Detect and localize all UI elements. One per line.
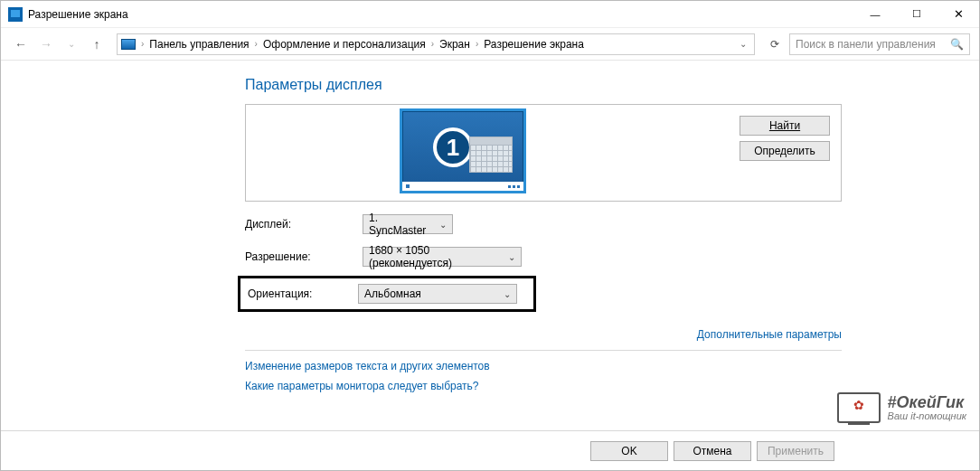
breadcrumb-item[interactable]: Разрешение экрана [484,38,584,51]
detect-button[interactable]: Определить [740,141,830,161]
which-settings-link[interactable]: Какие параметры монитора следует выбрать… [245,380,479,392]
monitor-number-badge: 1 [433,127,473,167]
cancel-button[interactable]: Отмена [674,441,751,461]
find-button[interactable]: Найти [740,116,830,136]
recent-dropdown-icon[interactable]: ⌄ [61,33,82,55]
monitor-preview[interactable]: 1 [400,108,526,193]
resolution-value: 1680 × 1050 (рекомендуется) [369,244,501,269]
chevron-down-icon: ⌄ [496,289,511,299]
watermark-icon [837,392,881,423]
display-select[interactable]: 1. SyncMaster ⌄ [363,214,453,234]
refresh-button[interactable]: ⟳ [764,33,786,55]
watermark-subtitle: Ваш it-помощник [888,410,966,421]
search-placeholder: Поиск в панели управления [796,38,936,51]
monitor-taskbar [402,182,523,191]
chevron-down-icon: ⌄ [501,252,515,262]
close-button[interactable]: ✕ [938,1,979,28]
chevron-right-icon: › [253,39,259,49]
orientation-label: Ориентация: [248,287,358,300]
advanced-settings-link[interactable]: Дополнительные параметры [697,328,842,341]
breadcrumb-item[interactable]: Оформление и персонализация [263,38,426,51]
window-title: Разрешение экрана [28,8,128,21]
apply-button[interactable]: Применить [757,441,834,461]
breadcrumb-item[interactable]: Панель управления [149,38,249,51]
page-heading: Параметры дисплея [245,77,851,93]
address-bar[interactable]: › Панель управления › Оформление и персо… [117,33,755,55]
address-dropdown-icon[interactable]: ⌄ [736,39,750,49]
breadcrumb-item[interactable]: Экран [439,38,470,51]
navbar: ← → ⌄ ↑ › Панель управления › Оформление… [1,28,979,61]
calendar-icon [469,137,513,173]
watermark: #ОкейГик Ваш it-помощник [837,392,966,423]
chevron-right-icon: › [429,39,436,49]
orientation-value: Альбомная [364,287,421,300]
resolution-select[interactable]: 1680 × 1050 (рекомендуется) ⌄ [363,247,522,267]
window-icon [8,7,23,22]
footer-buttons: OK Отмена Применить [1,430,979,470]
minimize-button[interactable]: — [854,1,896,28]
help-links: Изменение размеров текста и других элеме… [245,360,851,392]
maximize-button[interactable]: ☐ [896,1,938,28]
chevron-right-icon: › [139,39,146,49]
ok-button[interactable]: OK [590,441,668,461]
titlebar: Разрешение экрана — ☐ ✕ [1,1,979,28]
chevron-right-icon: › [474,39,480,49]
back-button[interactable]: ← [10,33,32,55]
resize-text-link[interactable]: Изменение размеров текста и других элеме… [245,360,490,372]
display-row: Дисплей: 1. SyncMaster ⌄ [245,214,842,234]
up-button[interactable]: ↑ [86,33,108,55]
display-preview-box: 1 Найти Определить [245,104,842,202]
watermark-title: #ОкейГик [888,394,966,410]
chevron-down-icon: ⌄ [432,220,447,230]
window-buttons: — ☐ ✕ [854,1,979,28]
orientation-row-highlighted: Ориентация: Альбомная ⌄ [238,276,536,312]
control-panel-icon [121,39,136,50]
orientation-select[interactable]: Альбомная ⌄ [358,284,517,304]
preview-buttons: Найти Определить [740,116,830,161]
resolution-row: Разрешение: 1680 × 1050 (рекомендуется) … [245,247,842,267]
search-input[interactable]: Поиск в панели управления 🔍 [789,33,970,55]
divider [245,350,842,351]
forward-button[interactable]: → [35,33,57,55]
content-area: Параметры дисплея 1 Найти Определить Дис… [1,61,851,392]
advanced-link-row: Дополнительные параметры [245,328,842,341]
display-label: Дисплей: [245,218,363,231]
display-value: 1. SyncMaster [369,212,432,237]
resolution-label: Разрешение: [245,250,363,263]
search-icon: 🔍 [950,38,964,51]
